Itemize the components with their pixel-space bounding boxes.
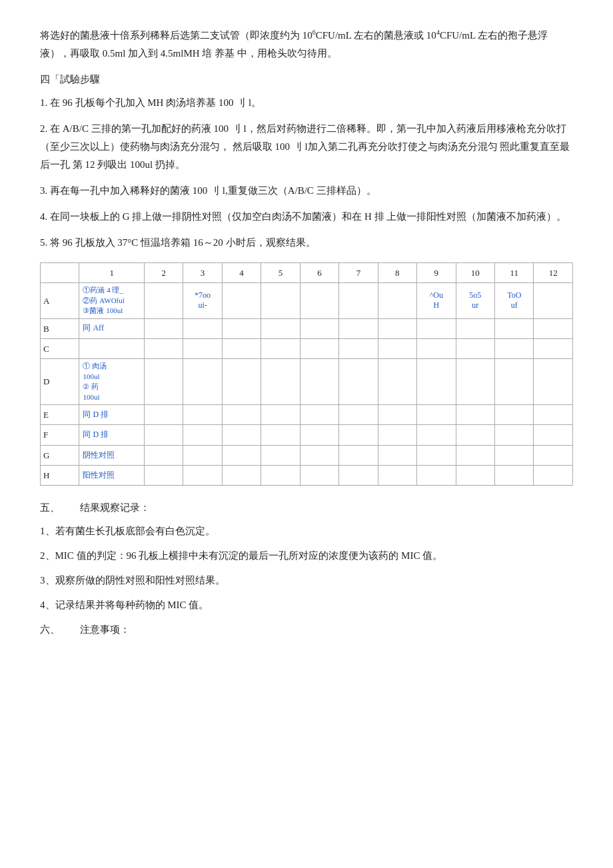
result3: 3、观察所做的阴性对照和阳性对照结果。 bbox=[40, 572, 573, 590]
cell-c10 bbox=[456, 338, 494, 358]
row-label-d: D bbox=[41, 359, 79, 405]
cell-b9 bbox=[417, 318, 456, 338]
cell-c11 bbox=[495, 338, 534, 358]
cell-a2 bbox=[144, 283, 183, 318]
row-label-b: B bbox=[41, 318, 79, 338]
cell-a10: 5o5ur bbox=[456, 283, 494, 318]
table-row-h: H 阳性对照 bbox=[41, 466, 573, 486]
cell-c8 bbox=[378, 338, 416, 358]
cell-a8 bbox=[378, 283, 416, 318]
section6-title: 六、 注意事项： bbox=[40, 621, 573, 639]
cell-h1: 阳性对照 bbox=[79, 466, 144, 486]
section5-title: 五、 结果观察记录： bbox=[40, 499, 573, 517]
cell-f11 bbox=[495, 425, 534, 445]
result4: 4、记录结果并将每种药物的 MIC 值。 bbox=[40, 596, 573, 614]
col-header-6: 6 bbox=[300, 263, 338, 283]
cell-h8 bbox=[378, 466, 416, 486]
cell-e6 bbox=[300, 404, 338, 424]
row-label-e: E bbox=[41, 404, 79, 424]
cell-e3 bbox=[183, 404, 222, 424]
cell-f5 bbox=[261, 425, 300, 445]
cell-c3 bbox=[183, 338, 222, 358]
cell-e2 bbox=[144, 404, 183, 424]
cell-h2 bbox=[144, 466, 183, 486]
cell-f6 bbox=[300, 425, 338, 445]
col-header-8: 8 bbox=[378, 263, 416, 283]
cell-a1: ①药涵 4 理_②药 AWOful③菌液 100ul bbox=[79, 283, 144, 318]
section4-title: 四「試驗步驟 bbox=[40, 71, 573, 89]
cell-g8 bbox=[378, 445, 416, 465]
col-header-2: 2 bbox=[144, 263, 183, 283]
cell-b8 bbox=[378, 318, 416, 338]
row-label-a: A bbox=[41, 283, 79, 318]
cell-h12 bbox=[534, 466, 573, 486]
cell-f3 bbox=[183, 425, 222, 445]
cell-e4 bbox=[222, 404, 261, 424]
cell-g4 bbox=[222, 445, 261, 465]
cell-c4 bbox=[222, 338, 261, 358]
cell-d6 bbox=[300, 359, 338, 405]
cell-b3 bbox=[183, 318, 222, 338]
cell-c9 bbox=[417, 338, 456, 358]
cell-a4 bbox=[222, 283, 261, 318]
cell-a12 bbox=[534, 283, 573, 318]
cell-b12 bbox=[534, 318, 573, 338]
cell-d9 bbox=[417, 359, 456, 405]
table-row-e: E 同 D 排 bbox=[41, 404, 573, 424]
cell-h11 bbox=[495, 466, 534, 486]
cell-c2 bbox=[144, 338, 183, 358]
cell-d12 bbox=[534, 359, 573, 405]
cell-f8 bbox=[378, 425, 416, 445]
table-row-g: G 阴性对照 bbox=[41, 445, 573, 465]
cell-a3: *7ooui- bbox=[183, 283, 222, 318]
cell-d5 bbox=[261, 359, 300, 405]
cell-b11 bbox=[495, 318, 534, 338]
col-header-blank bbox=[41, 263, 79, 283]
cell-g7 bbox=[339, 445, 378, 465]
col-header-10: 10 bbox=[456, 263, 494, 283]
cell-h7 bbox=[339, 466, 378, 486]
cell-a9: ^OuH bbox=[417, 283, 456, 318]
cell-h6 bbox=[300, 466, 338, 486]
row-label-h: H bbox=[41, 466, 79, 486]
cell-c1 bbox=[79, 338, 144, 358]
cell-d11 bbox=[495, 359, 534, 405]
cell-d2 bbox=[144, 359, 183, 405]
cell-f9 bbox=[417, 425, 456, 445]
cell-b4 bbox=[222, 318, 261, 338]
page-content: 将选好的菌悬液十倍系列稀释后选第二支试管（即浓度约为 106CFU/mL 左右的… bbox=[40, 27, 573, 639]
cell-c7 bbox=[339, 338, 378, 358]
mic-table: 1 2 3 4 5 6 7 8 9 10 11 12 A bbox=[40, 262, 573, 486]
cell-a11: ToOuf bbox=[495, 283, 534, 318]
cell-b1: 同 Aff bbox=[79, 318, 144, 338]
cell-b5 bbox=[261, 318, 300, 338]
cell-c6 bbox=[300, 338, 338, 358]
cell-g5 bbox=[261, 445, 300, 465]
row-label-c: C bbox=[41, 338, 79, 358]
cell-e7 bbox=[339, 404, 378, 424]
col-header-3: 3 bbox=[183, 263, 222, 283]
col-header-12: 12 bbox=[534, 263, 573, 283]
row-label-f: F bbox=[41, 425, 79, 445]
cell-g3 bbox=[183, 445, 222, 465]
col-header-5: 5 bbox=[261, 263, 300, 283]
cell-e11 bbox=[495, 404, 534, 424]
table-row-d: D ① 肉汤100ul② 药100ul bbox=[41, 359, 573, 405]
table-row-a: A ①药涵 4 理_②药 AWOful③菌液 100ul *7ooui- ^Ou… bbox=[41, 283, 573, 318]
step4: 4. 在同一块板上的 G 排上做一排阴性对照（仅加空白肉汤不加菌液）和在 H 排… bbox=[40, 208, 573, 226]
cell-b10 bbox=[456, 318, 494, 338]
col-header-9: 9 bbox=[417, 263, 456, 283]
row-label-g: G bbox=[41, 445, 79, 465]
cell-h5 bbox=[261, 466, 300, 486]
cell-d8 bbox=[378, 359, 416, 405]
cell-b7 bbox=[339, 318, 378, 338]
cell-d7 bbox=[339, 359, 378, 405]
cell-h4 bbox=[222, 466, 261, 486]
step2: 2. 在 A/B/C 三排的第一孔加配好的药液 100 刂 l，然后对药物进行二… bbox=[40, 120, 573, 174]
cell-g11 bbox=[495, 445, 534, 465]
cell-g2 bbox=[144, 445, 183, 465]
cell-f12 bbox=[534, 425, 573, 445]
col-header-11: 11 bbox=[495, 263, 534, 283]
mic-table-wrapper: 1 2 3 4 5 6 7 8 9 10 11 12 A bbox=[40, 262, 573, 486]
cell-g1: 阴性对照 bbox=[79, 445, 144, 465]
